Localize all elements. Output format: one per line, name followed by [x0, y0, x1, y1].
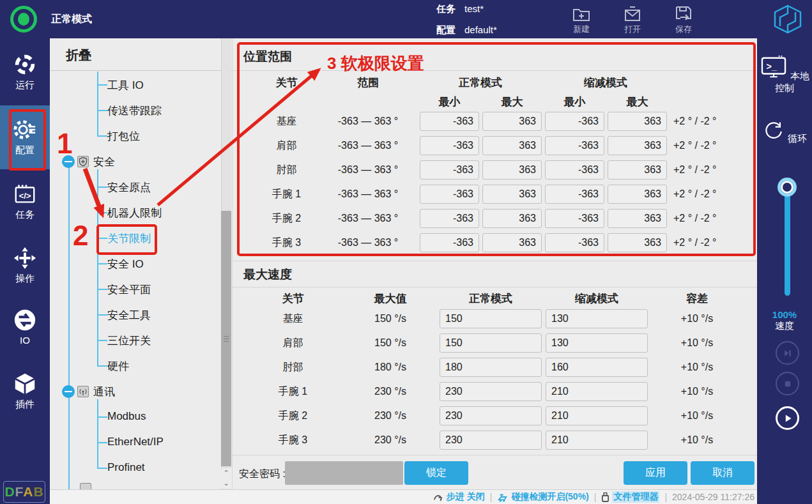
sidebar-item-operate[interactable]: 操作: [0, 246, 50, 285]
tree-item-label[interactable]: 传送带跟踪: [107, 103, 162, 118]
tree-item-label[interactable]: 关节限制: [107, 231, 151, 246]
step-status[interactable]: 步进 关闭: [433, 491, 485, 503]
cycle-button[interactable]: 循环: [757, 119, 812, 145]
position-input-nmax[interactable]: [482, 160, 542, 179]
joint-max-speed: 150 °/s: [352, 307, 429, 331]
speed-slider-track[interactable]: [785, 187, 790, 296]
play-button[interactable]: [776, 406, 799, 430]
speed-input-normal[interactable]: [440, 358, 542, 377]
sidebar-item-config[interactable]: 配置: [0, 118, 50, 157]
collapse-toggle-icon[interactable]: [62, 385, 75, 398]
open-button[interactable]: 打开: [613, 3, 652, 37]
position-input-nmin[interactable]: [420, 136, 479, 155]
tree-item-label[interactable]: 硬件: [107, 359, 129, 374]
position-input-nmin[interactable]: [420, 160, 479, 179]
speed-table-row: 手腕 3230 °/s+10 °/s: [233, 428, 758, 452]
tree-item-label[interactable]: 安全平面: [107, 282, 151, 297]
tree-item-label[interactable]: 安全工具: [107, 308, 151, 323]
position-input-nmin[interactable]: [420, 233, 479, 252]
run-icon: [13, 52, 37, 77]
position-input-rmin[interactable]: [545, 112, 604, 131]
position-input-rmin[interactable]: [545, 185, 604, 204]
speed-input-reduced[interactable]: [546, 431, 648, 450]
tree-item-label[interactable]: 通讯: [93, 385, 115, 399]
step-forward-button[interactable]: [776, 341, 799, 365]
position-input-nmax[interactable]: [482, 209, 542, 228]
position-input-nmax[interactable]: [482, 233, 542, 252]
sidebar-item-plugin[interactable]: 插件: [0, 372, 50, 411]
save-button[interactable]: 保存: [664, 3, 703, 37]
tree-item-label[interactable]: Modbus: [107, 410, 146, 423]
lock-button[interactable]: 锁定: [404, 461, 468, 485]
speed-input-reduced[interactable]: [546, 358, 648, 377]
scroll-down-button[interactable]: ⌄: [221, 478, 231, 489]
position-input-rmin[interactable]: [545, 136, 604, 155]
position-input-rmin[interactable]: [545, 233, 604, 252]
collision-icon: [497, 492, 509, 502]
speed-input-reduced[interactable]: [546, 333, 648, 353]
tree-collapse-header[interactable]: 折叠: [66, 47, 91, 64]
tree-item-label[interactable]: Profinet: [107, 461, 145, 474]
local-control-button[interactable]: >_ 本地控制: [757, 55, 812, 95]
position-input-nmax[interactable]: [482, 136, 542, 155]
speed-input-normal[interactable]: [440, 382, 542, 401]
position-input-rmin[interactable]: [545, 209, 604, 228]
joint-tolerance: +2 ° / -2 °: [673, 158, 753, 182]
file-manager-button[interactable]: 文件管理器: [601, 491, 659, 503]
position-input-rmax[interactable]: [608, 209, 667, 228]
speed-slider-knob[interactable]: [778, 178, 797, 197]
tree-item-label[interactable]: 打包位: [107, 129, 140, 144]
position-input-nmin[interactable]: [420, 185, 479, 204]
position-input-rmax[interactable]: [608, 112, 667, 131]
position-input-rmax[interactable]: [608, 160, 667, 179]
tree-item-label[interactable]: 安全: [93, 155, 115, 169]
speed-input-reduced[interactable]: [546, 309, 648, 328]
position-input-rmax[interactable]: [608, 185, 667, 204]
position-input-nmin[interactable]: [420, 112, 479, 131]
tree-item-label[interactable]: 安全 IO: [107, 257, 144, 271]
config-tree-panel: 折叠 工具 IO传送带跟踪打包位安全安全原点机器人限制关节限制安全 IO安全平面…: [50, 38, 232, 489]
tree-item-label[interactable]: EtherNet/IP: [107, 436, 164, 448]
col-header-joint: 关节: [256, 75, 317, 90]
position-input-nmax[interactable]: [482, 112, 542, 131]
speed-input-normal[interactable]: [440, 309, 542, 328]
left-nav-bar: 运行 配置 </> 任务 操作 IO 插件 DFAB: [0, 38, 50, 504]
new-button[interactable]: 新建: [562, 3, 601, 37]
position-input-rmax[interactable]: [608, 233, 667, 252]
right-control-bar: >_ 本地控制 循环 100% 速度: [757, 38, 812, 504]
tree-item-label[interactable]: 三位开关: [107, 333, 151, 348]
sidebar-item-io[interactable]: IO: [0, 308, 50, 346]
position-input-rmax[interactable]: [608, 136, 667, 155]
cancel-button[interactable]: 取消: [691, 461, 755, 485]
position-input-nmax[interactable]: [482, 185, 542, 204]
speed-input-normal[interactable]: [440, 431, 542, 450]
gear-icon: [13, 118, 37, 142]
joint-name: 基座: [263, 307, 323, 331]
shield-plus-icon: [77, 156, 89, 167]
password-input[interactable]: [285, 461, 403, 485]
config-label: 配置: [436, 24, 456, 35]
stop-icon: [783, 379, 792, 388]
speed-input-reduced[interactable]: [546, 406, 648, 425]
position-input-nmin[interactable]: [420, 209, 479, 228]
collapse-toggle-icon[interactable]: [62, 155, 75, 168]
scroll-up-button[interactable]: ⌃: [221, 468, 231, 478]
tree-item-label[interactable]: 安全原点: [107, 180, 151, 195]
tree-item-label[interactable]: 工具 IO: [107, 78, 144, 93]
tree-connector-tick: [97, 442, 107, 443]
step-forward-icon: [783, 348, 793, 358]
tree-item-8: 安全 IO: [50, 251, 217, 277]
sidebar-item-run[interactable]: 运行: [0, 52, 50, 91]
speed-input-reduced[interactable]: [546, 382, 648, 401]
position-input-rmin[interactable]: [545, 160, 604, 179]
speed-input-normal[interactable]: [440, 406, 542, 425]
apply-button[interactable]: 应用: [624, 461, 687, 485]
position-table-row: 肩部-363 — 363 °+2 ° / -2 °: [233, 134, 758, 158]
stop-button[interactable]: [776, 372, 799, 395]
tree-item-label[interactable]: 机器人限制: [107, 206, 162, 220]
collision-status[interactable]: 碰撞检测开启(50%): [497, 491, 588, 503]
speed-table-row: 手腕 2230 °/s+10 °/s: [233, 404, 758, 428]
col-header-max: 最大值: [352, 291, 429, 306]
sidebar-item-task[interactable]: </> 任务: [0, 182, 50, 221]
speed-input-normal[interactable]: [440, 333, 542, 353]
